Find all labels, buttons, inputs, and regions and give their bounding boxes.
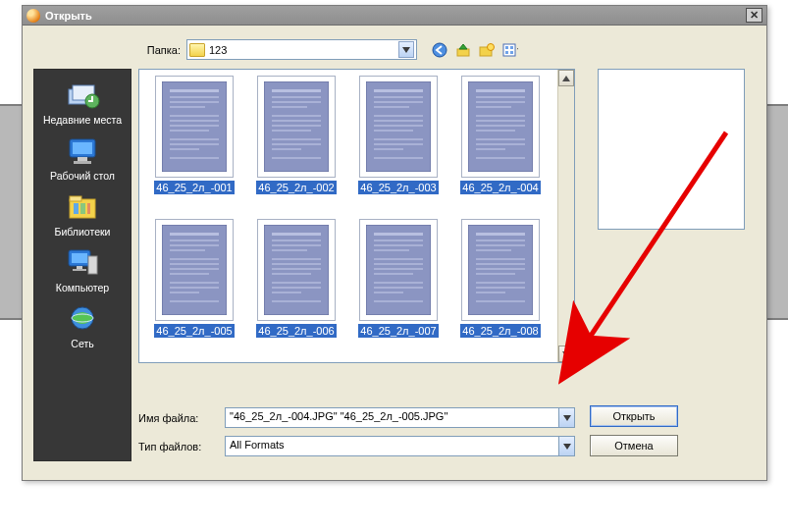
svg-rect-96: [272, 244, 321, 246]
svg-rect-125: [476, 263, 525, 265]
svg-rect-117: [374, 292, 403, 293]
svg-rect-17: [70, 196, 81, 201]
file-thumbnail[interactable]: 46_25_2л_-001: [147, 76, 241, 213]
svg-rect-44: [272, 101, 321, 103]
thumbnail-image: [155, 219, 234, 321]
svg-rect-123: [476, 249, 511, 251]
svg-rect-62: [374, 130, 413, 132]
svg-rect-87: [170, 268, 219, 270]
file-thumbnail[interactable]: 46_25_2л_-005: [147, 219, 241, 356]
svg-rect-100: [272, 268, 321, 270]
svg-rect-118: [374, 300, 423, 302]
file-list-pane[interactable]: 46_25_2л_-00146_25_2л_-00246_25_2л_-0034…: [138, 69, 575, 363]
newfolder-icon[interactable]: [478, 41, 496, 59]
vertical-scrollbar[interactable]: [557, 70, 574, 362]
action-buttons: Открыть Отмена: [590, 398, 678, 456]
place-computer[interactable]: Компьютер: [37, 243, 128, 297]
dialog-titlebar[interactable]: Открыть ✕: [23, 6, 766, 26]
back-icon[interactable]: [431, 41, 448, 59]
svg-rect-91: [170, 292, 199, 293]
svg-rect-48: [272, 125, 321, 127]
file-name-label: 46_25_2л_-002: [256, 181, 336, 194]
file-thumbnail[interactable]: 46_25_2л_-004: [453, 76, 548, 213]
svg-rect-22: [72, 253, 87, 263]
file-thumbnail[interactable]: 46_25_2л_-006: [249, 219, 343, 356]
svg-rect-32: [170, 106, 205, 108]
svg-rect-34: [170, 120, 219, 122]
filename-dropdown-arrow[interactable]: [558, 408, 574, 427]
recent-icon: [65, 80, 100, 111]
views-icon[interactable]: [501, 41, 519, 59]
svg-rect-89: [170, 282, 219, 284]
svg-rect-36: [170, 130, 209, 132]
file-name-label: 46_25_2л_-006: [256, 324, 336, 338]
svg-rect-4: [503, 44, 515, 56]
cancel-button[interactable]: Отмена: [590, 435, 678, 456]
folder-name: 123: [209, 44, 398, 56]
folder-dropdown-arrow[interactable]: [398, 41, 414, 58]
file-thumbnail[interactable]: 46_25_2л_-007: [351, 219, 446, 356]
close-button[interactable]: ✕: [746, 8, 762, 23]
folder-combo[interactable]: 123: [186, 39, 417, 60]
up-icon[interactable]: [454, 41, 472, 59]
svg-rect-108: [374, 239, 423, 241]
computer-icon: [65, 247, 100, 279]
svg-rect-6: [510, 46, 513, 49]
svg-rect-18: [74, 203, 79, 214]
svg-rect-101: [272, 273, 311, 275]
toolbar: Папка: 123: [135, 39, 751, 60]
filetype-label: Тип файлов:: [138, 441, 225, 452]
svg-rect-115: [374, 282, 423, 284]
open-button[interactable]: Открыть: [590, 405, 678, 427]
thumbnail-image: [461, 76, 540, 178]
thumbnail-image: [461, 219, 540, 321]
file-name-label: 46_25_2л_-007: [358, 324, 438, 338]
svg-rect-75: [476, 130, 515, 132]
svg-rect-110: [374, 249, 409, 251]
svg-rect-39: [170, 148, 199, 150]
svg-rect-111: [374, 258, 423, 260]
svg-rect-14: [78, 157, 87, 161]
svg-rect-53: [272, 157, 321, 159]
svg-rect-25: [88, 256, 97, 274]
file-thumbnail[interactable]: 46_25_2л_-008: [453, 219, 548, 356]
svg-rect-49: [272, 130, 311, 132]
svg-rect-81: [170, 233, 219, 236]
svg-rect-84: [170, 249, 205, 251]
svg-rect-37: [170, 138, 219, 140]
places-bar: Недавние места Рабочий стол Библиотеки К…: [33, 69, 131, 461]
desktop-icon: [65, 135, 100, 167]
svg-rect-90: [170, 287, 219, 289]
filetype-dropdown-arrow[interactable]: [558, 437, 574, 455]
thumbnail-image: [359, 219, 438, 321]
file-name-label: 46_25_2л_-008: [460, 324, 540, 338]
svg-rect-40: [170, 157, 219, 159]
place-desktop[interactable]: Рабочий стол: [37, 132, 128, 186]
file-thumbnail[interactable]: 46_25_2л_-003: [351, 76, 446, 213]
svg-rect-65: [374, 148, 403, 150]
svg-rect-79: [476, 157, 525, 159]
svg-rect-5: [505, 46, 508, 49]
thumbnail-image: [257, 219, 336, 321]
svg-rect-72: [476, 115, 525, 117]
svg-rect-59: [374, 115, 423, 117]
scroll-down-button[interactable]: [558, 346, 574, 362]
place-network[interactable]: Сеть: [37, 299, 128, 353]
svg-rect-33: [170, 115, 219, 117]
filename-input[interactable]: "46_25_2л_-004.JPG" "46_25_2л_-005.JPG": [225, 407, 575, 428]
svg-rect-116: [374, 287, 423, 289]
svg-rect-20: [87, 203, 90, 214]
place-libraries[interactable]: Библиотеки: [37, 187, 128, 241]
svg-rect-99: [272, 263, 321, 265]
svg-rect-120: [476, 233, 525, 236]
place-recent[interactable]: Недавние места: [37, 76, 128, 130]
svg-rect-94: [272, 233, 321, 236]
svg-rect-131: [476, 300, 525, 302]
svg-rect-78: [476, 148, 505, 150]
filetype-select[interactable]: All Formats: [225, 436, 575, 456]
svg-rect-15: [74, 161, 91, 164]
scroll-up-button[interactable]: [558, 70, 574, 86]
thumbnail-image: [257, 76, 336, 178]
svg-rect-42: [272, 89, 321, 92]
file-thumbnail[interactable]: 46_25_2л_-002: [249, 76, 343, 213]
